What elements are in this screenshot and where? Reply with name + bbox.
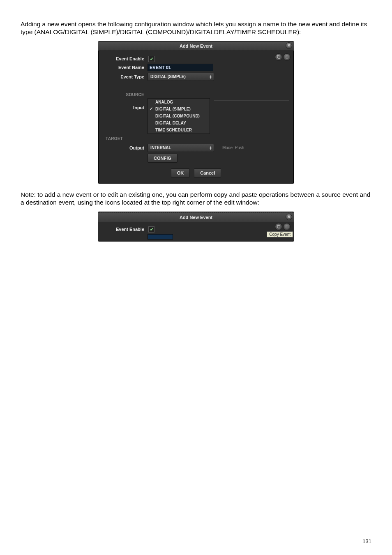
dropdown-item-digital-delay[interactable]: DIGITAL DELAY (148, 120, 210, 127)
dialog-titlebar: Add New Event ✕ (98, 213, 294, 222)
source-header: SOURCE (106, 92, 144, 97)
config-button[interactable]: CONFIG (148, 154, 178, 163)
paste-icon[interactable] (283, 223, 291, 230)
event-enable-label: Event Enable (103, 56, 148, 61)
dialog-title: Add New Event (180, 44, 212, 48)
page-number: 131 (362, 538, 371, 544)
add-event-dialog: Add New Event ✕ Event Enable ✔ (98, 41, 294, 184)
cancel-button[interactable]: Cancel (194, 168, 221, 177)
svg-rect-1 (278, 56, 280, 58)
event-type-label: Event Type (103, 74, 148, 79)
event-name-stub (148, 234, 173, 240)
dropdown-item-digital-simple[interactable]: DIGITAL (SIMPLE) (148, 106, 210, 113)
dialog-titlebar: Add New Event ✕ (98, 41, 294, 51)
svg-rect-4 (278, 226, 280, 228)
paste-icon[interactable] (283, 53, 291, 61)
output-value: INTERNAL (150, 145, 171, 150)
intro-paragraph: Adding a new event opens the following c… (21, 21, 371, 36)
close-icon[interactable]: ✕ (286, 42, 292, 49)
output-label: Output (103, 145, 148, 150)
output-dropdown[interactable]: INTERNAL ▲▼ (148, 144, 214, 152)
note-paragraph: Note: to add a new event or to edit an e… (21, 191, 371, 207)
dropdown-item-time-scheduler[interactable]: TIME SCHEDULER (148, 127, 210, 134)
event-name-label: Event Name (103, 65, 148, 70)
event-type-value: DIGITAL (SIMPLE) (150, 74, 186, 79)
svg-rect-5 (286, 225, 288, 228)
mode-label: Mode: Push (222, 145, 244, 150)
event-type-dropdown[interactable]: DIGITAL (SIMPLE) ▲▼ (148, 73, 214, 81)
event-name-input[interactable]: EVENT 01 (148, 64, 213, 71)
dropdown-item-analog[interactable]: ANALOG (148, 99, 210, 106)
event-enable-checkbox[interactable]: ✔ (148, 56, 154, 62)
close-icon[interactable]: ✕ (286, 214, 292, 220)
event-enable-checkbox[interactable]: ✔ (148, 226, 154, 233)
dropdown-item-digital-compound[interactable]: DIGITAL (COMPOUND) (148, 113, 210, 120)
event-type-dropdown-list[interactable]: ANALOG DIGITAL (SIMPLE) DIGITAL (COMPOUN… (148, 98, 210, 134)
add-event-dialog-cropped: Add New Event ✕ Copy Event Event Enable … (98, 212, 294, 242)
input-label: Input (103, 105, 148, 110)
copy-icon[interactable] (275, 223, 282, 230)
ok-button[interactable]: OK (171, 168, 190, 177)
copy-icon[interactable] (275, 53, 282, 61)
target-header: TARGET (106, 136, 289, 141)
sort-arrows-icon: ▲▼ (209, 75, 212, 79)
copy-event-tooltip: Copy Event (267, 231, 293, 237)
dialog-title: Add New Event (180, 215, 212, 220)
sort-arrows-icon: ▲▼ (209, 146, 212, 150)
event-enable-label: Event Enable (103, 227, 148, 232)
svg-rect-2 (286, 55, 288, 58)
